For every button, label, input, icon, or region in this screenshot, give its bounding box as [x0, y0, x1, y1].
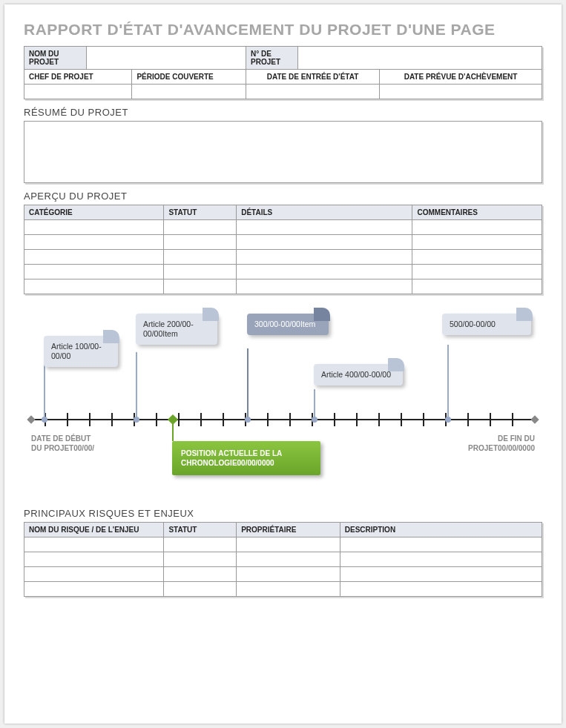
overview-table: CATÉGORIE STATUT DÉTAILS COMMENTAIRES — [24, 205, 542, 294]
overview-header-details: DÉTAILS — [237, 205, 412, 220]
timeline-stem — [44, 363, 45, 419]
table-row[interactable] — [24, 582, 542, 597]
timeline-axis — [31, 419, 535, 420]
table-row[interactable] — [24, 567, 542, 582]
timeline-item-label: Article 400/00-00/00 — [321, 370, 391, 379]
timeline-tick — [111, 413, 113, 426]
timeline-dot — [445, 417, 451, 423]
status-date-value[interactable] — [246, 85, 380, 99]
timeline-tick — [490, 413, 491, 426]
table-row[interactable] — [24, 220, 542, 235]
timeline-position-callout: POSITION ACTUELLE DE LA CHRONOLOGIE00/00… — [172, 441, 320, 475]
project-no-label: N° DE PROJET — [246, 47, 298, 70]
table-row[interactable] — [24, 537, 542, 552]
timeline-item: Article 100/00-00/00 — [44, 336, 118, 367]
callout-corner-icon — [203, 308, 219, 321]
callout-corner-icon — [516, 308, 533, 321]
timeline-item: Article 200/00-00/00Item — [136, 314, 217, 345]
period-label: PÉRIODE COUVERTE — [132, 70, 246, 85]
timeline-end-diamond-icon — [530, 415, 539, 423]
timeline-dot — [134, 417, 139, 423]
timeline: Article 100/00-00/00 Article 200/00-00/0… — [24, 308, 542, 500]
timeline-tick — [67, 413, 68, 426]
risks-header-owner: PROPRIÉTAIRE — [237, 523, 340, 537]
timeline-item: 500/00-00/00 — [442, 314, 531, 335]
timeline-stem — [314, 389, 315, 419]
timeline-tick — [401, 413, 402, 426]
timeline-stem — [447, 345, 449, 419]
timeline-tick — [200, 413, 202, 426]
summary-box[interactable] — [24, 121, 542, 183]
project-name-value[interactable] — [86, 47, 246, 70]
manager-label: CHEF DE PROJET — [24, 70, 132, 85]
summary-title: RÉSUMÉ DU PROJET — [24, 107, 542, 118]
table-row[interactable] — [24, 250, 542, 265]
timeline-start-label: DATE DE DÉBUT DU PROJET00/00/ — [31, 434, 98, 453]
timeline-tick — [512, 413, 513, 426]
timeline-item-label: 300/00-00/00Item — [254, 320, 315, 328]
overview-title: APERÇU DU PROJET — [24, 191, 542, 202]
timeline-tick — [267, 413, 269, 426]
risks-table: NOM DU RISQUE / DE L'ENJEU STATUT PROPRI… — [24, 522, 542, 597]
completion-date-value[interactable] — [380, 85, 542, 99]
timeline-tick — [378, 413, 380, 426]
risks-header-description: DESCRIPTION — [340, 523, 542, 537]
period-value[interactable] — [132, 85, 246, 99]
timeline-item-current: 300/00-00/00Item — [247, 314, 329, 335]
callout-corner-icon — [388, 358, 404, 371]
table-row[interactable] — [24, 279, 542, 294]
timeline-tick — [356, 413, 358, 426]
timeline-position-label: POSITION ACTUELLE DE LA CHRONOLOGIE00/00… — [181, 449, 282, 467]
timeline-stem — [247, 348, 249, 419]
timeline-dot — [245, 417, 251, 423]
page-title: RAPPORT D'ÉTAT D'AVANCEMENT DU PROJET D'… — [24, 21, 542, 39]
timeline-tick — [467, 413, 469, 426]
table-row[interactable] — [24, 235, 542, 250]
timeline-stem — [136, 352, 137, 419]
table-row[interactable] — [24, 552, 542, 567]
overview-header-comments: COMMENTAIRES — [412, 205, 542, 220]
timeline-dot — [312, 417, 317, 423]
risks-header-name: NOM DU RISQUE / DE L'ENJEU — [24, 523, 164, 537]
timeline-tick — [156, 413, 157, 426]
overview-header-status: STATUT — [164, 205, 237, 220]
timeline-end-label: DE FIN DU PROJET00/00/0000 — [468, 434, 535, 453]
risks-header-status: STATUT — [164, 523, 237, 537]
overview-header-category: CATÉGORIE — [24, 205, 164, 220]
table-row[interactable] — [24, 265, 542, 279]
document-page: RAPPORT D'ÉTAT D'AVANCEMENT DU PROJET D'… — [4, 4, 562, 724]
timeline-tick — [289, 413, 291, 426]
completion-date-label: DATE PRÉVUE D'ACHÈVEMENT — [380, 70, 542, 85]
timeline-tick — [423, 413, 424, 426]
manager-value[interactable] — [24, 85, 132, 99]
risks-title: PRINCIPAUX RISQUES ET ENJEUX — [24, 508, 542, 519]
timeline-tick — [223, 413, 224, 426]
timeline-start-diamond-icon — [27, 415, 35, 423]
timeline-item-label: 500/00-00/00 — [450, 320, 496, 328]
status-date-label: DATE DE ENTRÉE D'ÉTAT — [246, 70, 380, 85]
timeline-item-label: Article 200/00-00/00Item — [143, 320, 194, 338]
timeline-dot — [42, 417, 47, 423]
timeline-position-diamond-icon — [168, 414, 178, 425]
callout-corner-icon — [103, 330, 119, 343]
project-name-label: NOM DU PROJET — [24, 47, 87, 70]
timeline-tick — [178, 413, 180, 426]
project-no-value[interactable] — [297, 47, 542, 70]
timeline-tick — [334, 413, 335, 426]
timeline-tick — [89, 413, 91, 426]
callout-corner-icon — [314, 308, 330, 321]
project-header-table: NOM DU PROJET N° DE PROJET CHEF DE PROJE… — [24, 46, 542, 99]
timeline-item: Article 400/00-00/00 — [314, 364, 403, 385]
timeline-item-label: Article 100/00-00/00 — [51, 342, 102, 360]
